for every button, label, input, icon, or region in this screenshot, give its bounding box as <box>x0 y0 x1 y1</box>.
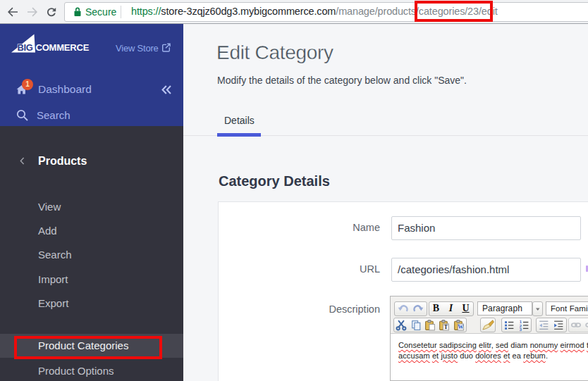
svg-text:BIG: BIG <box>18 42 33 53</box>
svg-text:3: 3 <box>520 327 522 331</box>
svg-text:COMMERCE: COMMERCE <box>36 42 90 53</box>
svg-text:T: T <box>444 324 448 330</box>
svg-text:W: W <box>458 324 463 330</box>
